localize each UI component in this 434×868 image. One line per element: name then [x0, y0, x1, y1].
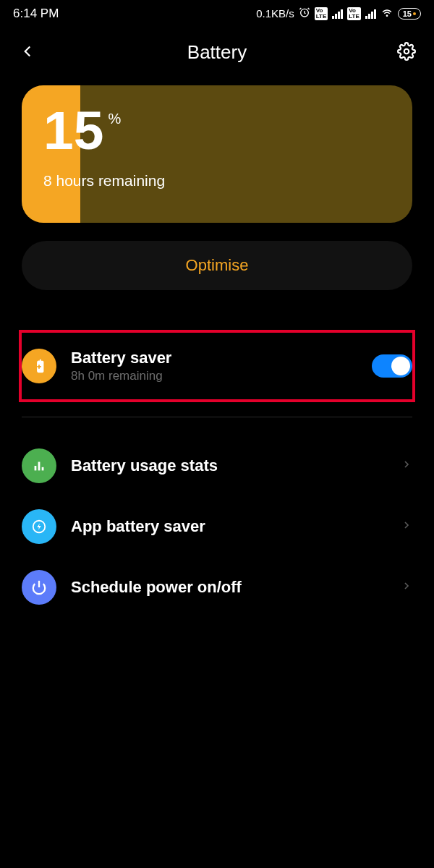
schedule-power-row[interactable]: Schedule power on/off	[22, 557, 412, 618]
battery-remaining-text: 8 hours remaining	[43, 172, 391, 190]
alarm-icon	[299, 7, 310, 20]
lightning-icon	[22, 509, 56, 544]
highlight-annotation: Battery saver 8h 0m remaining	[19, 330, 415, 402]
battery-saver-row[interactable]: Battery saver 8h 0m remaining	[22, 333, 412, 399]
battery-saver-title: Battery saver	[71, 349, 357, 367]
status-time: 6:14 PM	[13, 7, 59, 21]
optimise-button[interactable]: Optimise	[22, 241, 412, 290]
page-title: Battery	[187, 41, 247, 64]
app-header: Battery	[0, 27, 434, 85]
svg-rect-5	[38, 462, 41, 471]
battery-saver-subtitle: 8h 0m remaining	[71, 369, 357, 383]
list-item-label: Schedule power on/off	[71, 578, 386, 597]
list-item-label: Battery usage stats	[71, 456, 386, 475]
chevron-right-icon	[401, 519, 412, 534]
volte-icon-2: VoLTE	[347, 7, 361, 20]
signal-icon-1	[332, 9, 343, 19]
svg-point-1	[404, 48, 409, 54]
svg-rect-6	[42, 467, 44, 471]
battery-saver-icon	[22, 349, 56, 383]
signal-icon-2	[365, 9, 376, 19]
divider	[22, 417, 412, 417]
battery-saver-toggle[interactable]	[372, 354, 412, 378]
app-battery-saver-row[interactable]: App battery saver	[22, 496, 412, 557]
status-bar: 6:14 PM 0.1KB/s VoLTE VoLTE 15	[0, 0, 434, 27]
battery-level-card: 15 % 8 hours remaining	[22, 85, 412, 223]
power-icon	[22, 570, 56, 605]
battery-percent-number: 15	[43, 103, 103, 158]
chevron-right-icon	[401, 459, 412, 473]
settings-button[interactable]	[397, 42, 416, 64]
optimise-label: Optimise	[186, 256, 249, 275]
status-data-speed: 0.1KB/s	[256, 7, 294, 20]
battery-usage-stats-row[interactable]: Battery usage stats	[22, 435, 412, 496]
svg-rect-4	[35, 466, 37, 470]
percent-symbol: %	[108, 111, 121, 127]
svg-rect-3	[38, 361, 41, 362]
status-right: 0.1KB/s VoLTE VoLTE 15	[256, 6, 421, 21]
wifi-icon	[380, 6, 393, 21]
chevron-right-icon	[401, 580, 412, 595]
chart-icon	[22, 448, 56, 483]
list-item-label: App battery saver	[71, 517, 386, 536]
battery-status-icon: 15	[398, 8, 421, 20]
back-button[interactable]	[18, 42, 37, 64]
volte-icon-1: VoLTE	[315, 7, 328, 20]
